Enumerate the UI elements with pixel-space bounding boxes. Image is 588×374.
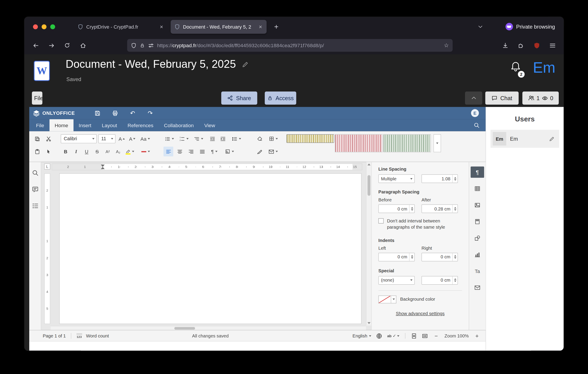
notifications-bell-icon[interactable]: [510, 61, 521, 72]
spinner-arrows[interactable]: [452, 276, 458, 284]
image-settings-tab[interactable]: [471, 199, 484, 211]
downloads-button[interactable]: [499, 40, 511, 52]
tracking-shield-icon[interactable]: [131, 42, 136, 48]
background-color-swatch[interactable]: [378, 295, 391, 303]
bullets-button[interactable]: [164, 134, 177, 144]
change-case-button[interactable]: Aa: [140, 134, 153, 144]
word-count-button[interactable]: Word count: [86, 333, 109, 339]
highlight-color-button[interactable]: [124, 147, 138, 156]
font-size-select[interactable]: 11: [98, 134, 116, 143]
style-preview-no-spacing[interactable]: [335, 134, 382, 152]
font-name-select[interactable]: Calibri: [61, 134, 97, 143]
special-indent-spinner[interactable]: 0 cm: [421, 276, 458, 284]
spacing-after-spinner[interactable]: 0.28 cm: [421, 204, 458, 213]
language-button[interactable]: English: [353, 333, 371, 339]
first-line-indent-marker[interactable]: [101, 165, 105, 167]
search-button[interactable]: [468, 119, 486, 131]
edit-title-pencil-icon[interactable]: [242, 61, 249, 68]
menu-tab[interactable]: File: [31, 119, 49, 131]
indent-right-spinner[interactable]: 0 cm: [421, 253, 458, 261]
decrease-indent-button[interactable]: [207, 134, 217, 144]
mail-merge-button[interactable]: [267, 147, 281, 156]
extensions-puzzle-button[interactable]: [515, 40, 527, 52]
indent-left-spinner[interactable]: 0 cm: [378, 253, 415, 261]
multilevel-list-button[interactable]: [193, 134, 206, 144]
minimize-window-button[interactable]: [42, 24, 47, 29]
scrollbar-thumb[interactable]: [368, 175, 371, 196]
special-indent-select[interactable]: (none): [378, 276, 415, 284]
text-art-settings-tab[interactable]: Ta: [471, 265, 484, 277]
spinner-arrows[interactable]: [452, 205, 458, 213]
increase-font-button[interactable]: A: [118, 134, 127, 144]
menu-hamburger-button[interactable]: [546, 40, 558, 52]
justify-button[interactable]: [197, 147, 207, 156]
decrease-font-button[interactable]: A: [128, 134, 138, 144]
reload-button[interactable]: [61, 40, 73, 52]
italic-button[interactable]: I: [71, 147, 81, 156]
style-preview-heading[interactable]: [383, 134, 431, 152]
paragraph-shading-button[interactable]: [223, 147, 237, 156]
cut-button[interactable]: [43, 134, 54, 144]
vertical-scrollbar[interactable]: [366, 162, 371, 325]
notification-badge[interactable]: 2: [518, 71, 525, 78]
navigation-headings-icon[interactable]: [32, 203, 38, 209]
lock-icon[interactable]: [140, 43, 145, 48]
back-button[interactable]: [30, 40, 42, 52]
collaborator-avatar[interactable]: E: [471, 109, 479, 117]
advanced-settings-link[interactable]: Show advanced settings: [378, 311, 462, 316]
share-button[interactable]: Share: [221, 92, 257, 104]
left-indent-marker[interactable]: [101, 167, 105, 169]
line-spacing-select[interactable]: Multiple: [378, 174, 415, 183]
fit-width-icon[interactable]: [422, 333, 428, 339]
user-avatar-initials[interactable]: Em: [533, 59, 556, 76]
print-button[interactable]: [110, 109, 120, 118]
close-tab-icon[interactable]: ×: [159, 23, 164, 30]
align-center-button[interactable]: [175, 147, 185, 156]
align-right-button[interactable]: [186, 147, 196, 156]
increase-indent-button[interactable]: [218, 134, 228, 144]
bookmark-star-icon[interactable]: ☆: [444, 42, 449, 49]
shading-button[interactable]: [267, 134, 281, 144]
strikethrough-button[interactable]: S: [92, 147, 102, 156]
browser-tab-document[interactable]: Document - Wed, February 5, 2 ×: [171, 20, 266, 34]
zoom-in-button[interactable]: +: [474, 332, 480, 339]
scroll-down-arrow[interactable]: [368, 322, 371, 324]
spacing-before-spinner[interactable]: 0 cm: [378, 204, 415, 213]
document-title[interactable]: Document - Wed, February 5, 2025: [66, 58, 236, 71]
access-button[interactable]: Access: [265, 92, 296, 104]
save-button[interactable]: [92, 109, 103, 118]
header-footer-settings-tab[interactable]: [471, 216, 484, 227]
superscript-button[interactable]: A²: [103, 147, 113, 156]
edit-name-pencil-icon[interactable]: [549, 136, 555, 142]
document-page[interactable]: [59, 173, 361, 324]
horizontal-scrollbar[interactable]: [51, 326, 366, 330]
globe-icon[interactable]: [376, 333, 382, 339]
menu-tab[interactable]: References: [122, 119, 159, 131]
spinner-arrows[interactable]: [409, 205, 415, 213]
paste-button[interactable]: [32, 147, 42, 156]
menu-tab[interactable]: Insert: [73, 119, 97, 131]
redo-button[interactable]: ↷: [145, 109, 155, 118]
clear-style-button[interactable]: [254, 134, 265, 144]
paragraph-settings-tab[interactable]: ¶: [471, 167, 484, 178]
scrollbar-thumb[interactable]: [174, 327, 195, 330]
comments-icon[interactable]: [32, 186, 38, 193]
home-button[interactable]: [77, 40, 89, 52]
spinner-arrows[interactable]: [409, 253, 415, 261]
mail-merge-settings-tab[interactable]: [471, 282, 484, 293]
url-text[interactable]: https://cryptpad.fr/doc/#/3/doc/edit/ff0…: [157, 42, 441, 48]
menu-tab[interactable]: Collaboration: [159, 119, 199, 131]
forward-button[interactable]: [45, 40, 57, 52]
menu-tab[interactable]: Home: [49, 119, 73, 131]
bold-button[interactable]: B: [61, 147, 71, 156]
line-spacing-button[interactable]: [230, 134, 244, 144]
permissions-sliders-icon[interactable]: [148, 42, 154, 48]
new-tab-button[interactable]: +: [272, 22, 281, 31]
font-color-button[interactable]: [140, 147, 154, 156]
line-spacing-spinner[interactable]: 1.08: [421, 174, 458, 183]
chart-settings-tab[interactable]: [471, 249, 484, 260]
find-search-icon[interactable]: [32, 169, 38, 176]
spinner-arrows[interactable]: [452, 175, 458, 183]
scroll-up-arrow[interactable]: [367, 164, 370, 165]
chat-button[interactable]: Chat: [485, 92, 519, 104]
